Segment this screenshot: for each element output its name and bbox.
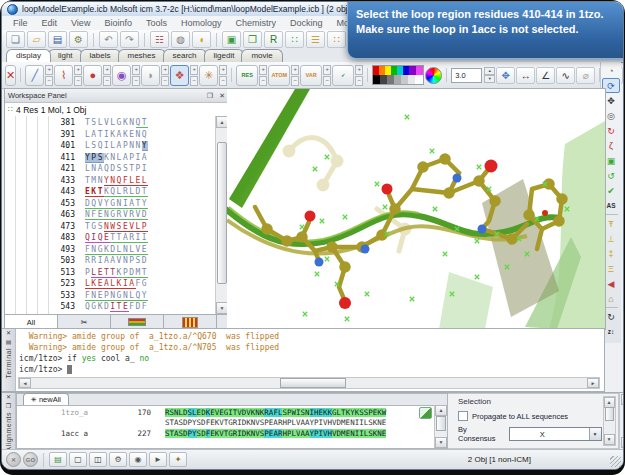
workspace-panel-header[interactable]: Workspace Panel ❐ ✕ — [5, 89, 228, 103]
cpk-style-button-plus[interactable]: + — [103, 65, 111, 75]
atom-label-button-minus[interactable]: − — [291, 76, 299, 86]
pdb-search-icon[interactable]: ☷ — [150, 31, 169, 48]
stick-style-button-minus[interactable]: − — [74, 76, 82, 86]
split-view-icon[interactable]: ◫ — [89, 452, 107, 467]
xstick-style-button[interactable]: ✳ — [199, 65, 218, 86]
close-alignments-icon[interactable]: ✕ — [6, 394, 11, 401]
undisplay-icon[interactable]: ✕ — [5, 65, 16, 86]
residue-row[interactable]: 503RRIAAVNPSD — [53, 255, 215, 267]
rainbow-palette-strip[interactable] — [373, 66, 423, 75]
distance-measure-icon[interactable]: ↔ — [516, 67, 535, 84]
shield-icon[interactable]: ◖ — [192, 31, 211, 48]
scroll-left-icon[interactable]: ◀ — [19, 378, 31, 388]
alignment-row[interactable]: 1acc a227STASDPYSDFEKVTGRIDKNVSPEARHPLVA… — [17, 428, 434, 439]
tab-ligedit[interactable]: ligedit — [204, 49, 245, 62]
redo-icon[interactable]: ↷ — [120, 31, 139, 48]
residue-label-button-plus[interactable]: + — [259, 65, 267, 75]
preferences-gear-icon[interactable]: ⚙ — [69, 31, 88, 48]
alignment-vscrollbar[interactable]: ▲ ▼ — [434, 405, 447, 448]
workspace-tab-all[interactable]: All — [5, 315, 58, 329]
close-panel-icon[interactable]: ✕ — [219, 92, 225, 100]
window-toggle-icon[interactable]: ▢ — [69, 452, 87, 467]
web-search-icon[interactable]: ◍ — [171, 31, 190, 48]
center-view-icon[interactable]: ✥ — [496, 67, 515, 84]
residue-row[interactable]: 453DQVYGNIATY — [53, 198, 215, 210]
alignment-row[interactable]: STASDPYSDFEKVTGRIDKNVSPEARHPLVAAYPIVHVDM… — [17, 418, 434, 429]
color-palette[interactable] — [372, 65, 424, 85]
menu-bioinfo[interactable]: Bioinfo — [97, 18, 139, 28]
menu-docking[interactable]: Docking — [283, 18, 330, 28]
spinner-down-icon[interactable]: ▼ — [484, 75, 495, 83]
residue-row[interactable]: 493FNGKDLNLVE — [53, 244, 215, 256]
chevron-down-icon[interactable]: ▼ — [589, 428, 601, 440]
alignments-tab-label[interactable]: Alignments — [5, 412, 12, 452]
traffic-light-icon[interactable]: ☰ — [306, 31, 325, 48]
dock-panel-icon[interactable]: ❐ — [207, 92, 213, 100]
scroll-down-icon[interactable]: ▼ — [604, 434, 615, 445]
open-folder-icon[interactable]: ▱ — [27, 31, 46, 48]
wire-style-button-minus[interactable]: − — [45, 76, 53, 86]
gear-small-icon[interactable]: ⚙ — [109, 452, 127, 467]
grayscale-palette-strip[interactable] — [373, 75, 423, 84]
skin-style-button-minus[interactable]: − — [190, 76, 198, 86]
stop-icon[interactable]: ✕ — [6, 452, 21, 467]
spinner-arrows[interactable]: ▲ ▼ — [484, 67, 495, 83]
tab-search[interactable]: search — [163, 49, 207, 62]
menu-file[interactable]: File — [6, 18, 35, 28]
dihedral-measure-icon[interactable]: ∿ — [556, 67, 575, 84]
menu-view[interactable]: View — [64, 18, 97, 28]
residue-row[interactable]: 523LKEALKIAFG — [53, 278, 215, 290]
variable-label-button-plus[interactable]: + — [323, 65, 331, 75]
stick-style-button-plus[interactable]: + — [74, 65, 82, 75]
scroll-up-icon[interactable]: ▲ — [621, 394, 624, 405]
variable-label-button[interactable]: VAR — [300, 65, 322, 86]
note-label-button[interactable]: ✓ — [332, 65, 354, 86]
residue-row[interactable]: 463NFENGRVRVD — [53, 209, 215, 221]
residue-row[interactable]: 553NFDQQTSQNI — [53, 313, 215, 315]
residue-row[interactable]: 381TSLVLGKNQT — [53, 117, 215, 129]
scroll-thumb[interactable] — [280, 378, 346, 388]
select-add-icon[interactable]: ▣ — [222, 31, 241, 48]
graphics-3d-view[interactable] — [227, 88, 606, 330]
camera-icon[interactable]: ◉ — [129, 452, 147, 467]
residue-select-icon[interactable]: R — [264, 31, 283, 48]
tab-display[interactable]: display — [6, 49, 51, 62]
tab-movie[interactable]: movie — [241, 49, 282, 62]
dice-orange-icon[interactable]: ∷ — [327, 31, 346, 48]
terminal-tab-label[interactable]: Terminal — [5, 348, 12, 378]
skin-style-button[interactable]: ❖ — [170, 65, 189, 86]
residue-row[interactable]: 433TMNYNQFLEL — [53, 175, 215, 187]
menu-chemistry[interactable]: Chemistry — [228, 18, 283, 28]
residue-row[interactable]: 473TGSNWSEVLP — [53, 221, 215, 233]
dock-alignments-icon[interactable]: ❐ — [6, 403, 11, 410]
menu-homology[interactable]: Homology — [174, 18, 229, 28]
stick-style-button[interactable]: ⌇ — [54, 65, 73, 86]
print-terminal-icon[interactable]: ▤ — [6, 339, 12, 346]
residue-row[interactable]: 401LSQILAPNNY — [53, 140, 215, 152]
menu-edit[interactable]: Edit — [35, 18, 65, 28]
workspace-root-item[interactable]: ∷ 4 Res 1 Mol, 1 Obj — [5, 103, 228, 116]
residue-row[interactable]: 483QIQETTARII — [53, 232, 215, 244]
residue-row[interactable]: 533FNEPNGNLQY — [53, 290, 215, 302]
close-terminal-icon[interactable]: ✕ — [6, 330, 11, 337]
history-icon[interactable]: ◔ — [602, 63, 620, 78]
residue-row[interactable]: 513PLETTKPDMT — [53, 267, 215, 279]
variable-label-button-minus[interactable]: − — [323, 76, 331, 86]
residue-row[interactable]: 443EKTKQLRLDT — [53, 186, 215, 198]
ball-stick-style-button-minus[interactable]: − — [132, 76, 140, 86]
residue-label-button[interactable]: RES — [236, 65, 258, 86]
consensus-dropdown[interactable]: X ▼ — [509, 427, 602, 441]
tab-labels[interactable]: labels — [80, 49, 121, 62]
surface-style-button[interactable]: ◗ — [141, 65, 160, 86]
note-label-button-plus[interactable]: + — [355, 65, 363, 75]
residue-row[interactable]: 543QGKDITEFDF — [53, 301, 215, 313]
wire-style-button[interactable]: ╱ — [25, 65, 44, 86]
cpk-style-button[interactable]: ● — [83, 65, 102, 86]
resize-grip[interactable] — [610, 456, 621, 467]
workspace-tab-sequences[interactable]: ✂ — [58, 315, 111, 329]
alignment-row[interactable]: 1tzo_a170RSNLDSLEDKEVEGITVDVKNKRAFLSPWIS… — [17, 407, 434, 418]
propagate-option-row[interactable]: Propagate to ALL sequences — [458, 411, 602, 421]
selection-radius-spinner[interactable]: 3.0 — [451, 68, 482, 83]
terminal-body[interactable]: Warning> amide group of a_1tzo.a/^Q670 w… — [16, 329, 604, 391]
wire-style-button-plus[interactable]: + — [45, 65, 53, 75]
